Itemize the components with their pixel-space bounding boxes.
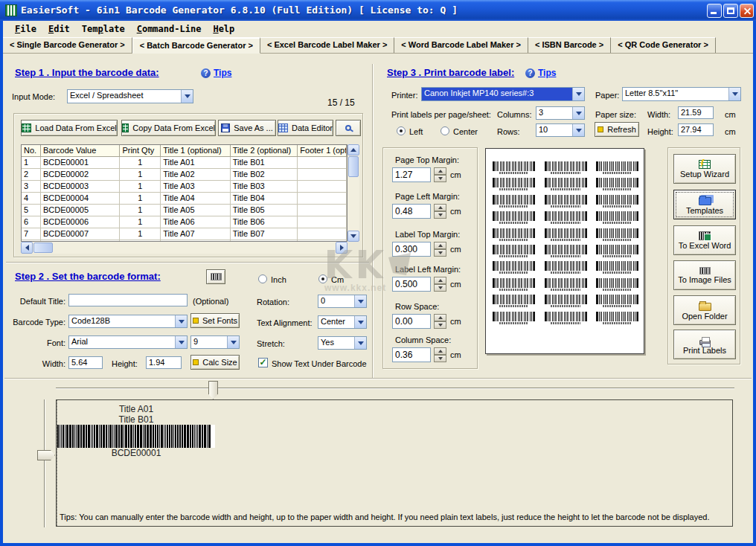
spin-up-icon[interactable] bbox=[434, 204, 446, 211]
spin-up-icon[interactable] bbox=[434, 314, 446, 321]
table-vscrollbar[interactable] bbox=[347, 144, 359, 242]
spin-up-icon[interactable] bbox=[434, 347, 446, 355]
margin-input[interactable]: 1.27 bbox=[392, 167, 431, 182]
Load Data From Excel-button[interactable]: Load Data From Excel bbox=[21, 120, 118, 136]
chevron-down-icon[interactable] bbox=[354, 316, 366, 328]
paper-width-input[interactable]: 21.59 bbox=[678, 106, 714, 119]
barcode-data-table[interactable]: No.Barcode ValuePrint QtyTitle 1 (option… bbox=[21, 144, 347, 242]
tab-batchbarcodegenerator[interactable]: < Batch Barcode Generator > bbox=[132, 37, 260, 54]
margin-input[interactable]: 0.300 bbox=[392, 242, 431, 257]
step1-tips-link[interactable]: ? Tips bbox=[201, 68, 231, 78]
chevron-down-icon[interactable] bbox=[175, 315, 187, 327]
table-row[interactable]: 3BCDE000031Title A03Title B03 bbox=[22, 181, 347, 193]
chevron-down-icon[interactable] bbox=[572, 107, 584, 119]
chevron-down-icon[interactable] bbox=[728, 88, 740, 100]
margin-input[interactable]: 0.00 bbox=[392, 314, 431, 329]
barcode-sample-button[interactable] bbox=[206, 269, 225, 284]
hscroll-thumb[interactable] bbox=[33, 243, 53, 253]
open-folder-button[interactable]: Open Folder bbox=[673, 295, 736, 325]
menu-item-help[interactable]: Help bbox=[207, 22, 240, 36]
margin-input[interactable]: 0.500 bbox=[392, 277, 431, 292]
minimize-button[interactable] bbox=[707, 4, 722, 18]
tab-isbnbarcode[interactable]: < ISBN Barcode > bbox=[528, 37, 611, 53]
chevron-down-icon[interactable] bbox=[354, 295, 366, 307]
stretch-select[interactable]: Yes bbox=[318, 336, 367, 350]
menu-item-edit[interactable]: Edit bbox=[42, 22, 76, 36]
scroll-left-icon[interactable] bbox=[21, 242, 33, 254]
height-slider[interactable] bbox=[44, 399, 45, 527]
chevron-down-icon[interactable] bbox=[175, 336, 187, 348]
menu-item-command-line[interactable]: Command-Line bbox=[131, 22, 208, 36]
margin-spinner[interactable] bbox=[434, 242, 446, 257]
chevron-down-icon[interactable] bbox=[572, 124, 584, 136]
table-row[interactable]: 5BCDE000051Title A05Title B05 bbox=[22, 205, 347, 216]
spin-down-icon[interactable] bbox=[434, 284, 446, 292]
table-row[interactable]: 4BCDE000041Title A04Title B04 bbox=[22, 193, 347, 205]
printer-select[interactable]: Canon Inkjet MP140 series#:3 bbox=[421, 87, 585, 101]
chevron-down-icon[interactable] bbox=[181, 90, 193, 103]
to-image-files-button[interactable]: To Image Files bbox=[673, 260, 736, 290]
margin-spinner[interactable] bbox=[434, 204, 446, 219]
margin-input[interactable]: 0.48 bbox=[392, 204, 431, 219]
vscroll-thumb[interactable] bbox=[348, 156, 359, 177]
align-left-radio[interactable] bbox=[397, 126, 406, 135]
spin-down-icon[interactable] bbox=[434, 175, 446, 182]
width-input[interactable]: 5.64 bbox=[68, 356, 103, 369]
rows-select[interactable]: 10 bbox=[536, 123, 585, 137]
input-mode-select[interactable]: Excel / Spreadsheet bbox=[67, 89, 193, 103]
columns-select[interactable]: 3 bbox=[536, 106, 585, 120]
spin-down-icon[interactable] bbox=[434, 249, 446, 257]
setup-wizard-button[interactable]: Setup Wizard bbox=[673, 154, 736, 184]
font-select[interactable]: Arial bbox=[68, 335, 188, 349]
print-labels-button[interactable]: Print Labels bbox=[673, 330, 736, 359]
margin-spinner[interactable] bbox=[434, 314, 446, 329]
margin-spinner[interactable] bbox=[434, 277, 446, 292]
step3-tips-link[interactable]: ? Tips bbox=[525, 68, 556, 78]
spin-down-icon[interactable] bbox=[434, 211, 446, 219]
spin-up-icon[interactable] bbox=[434, 277, 446, 284]
Data Editor-button[interactable]: Data Editor bbox=[278, 120, 333, 136]
spin-up-icon[interactable] bbox=[434, 167, 446, 175]
tab-wordbarcodelabelmaker[interactable]: < Word Barcode Label Maker > bbox=[394, 37, 528, 53]
paper-select[interactable]: Letter 8.5"x11" bbox=[622, 87, 741, 101]
search-button[interactable] bbox=[336, 120, 361, 136]
spin-down-icon[interactable] bbox=[434, 355, 446, 362]
table-hscrollbar[interactable] bbox=[21, 242, 347, 254]
scroll-up-icon[interactable] bbox=[347, 144, 359, 155]
templates-button[interactable]: Templates bbox=[673, 190, 736, 219]
chevron-down-icon[interactable] bbox=[354, 337, 366, 349]
paper-height-input[interactable]: 27.94 bbox=[678, 123, 714, 136]
maximize-button[interactable] bbox=[723, 4, 738, 18]
font-size-select[interactable]: 9 bbox=[190, 335, 240, 349]
chevron-down-icon[interactable] bbox=[572, 88, 584, 100]
table-row[interactable]: 7BCDE000071Title A07Title B07 bbox=[22, 228, 347, 240]
align-center-radio[interactable] bbox=[441, 126, 449, 135]
tab-qrcodegenerator[interactable]: < QR Code Generator > bbox=[611, 37, 716, 53]
margin-spinner[interactable] bbox=[434, 167, 446, 182]
menu-item-template[interactable]: Template bbox=[76, 22, 131, 36]
table-row[interactable]: 2BCDE000021Title A02Title B02 bbox=[22, 169, 347, 181]
scroll-down-icon[interactable] bbox=[347, 231, 359, 242]
Copy Data From Excel-button[interactable]: Copy Data From Excel bbox=[121, 120, 216, 136]
default-title-input[interactable] bbox=[68, 294, 188, 306]
table-row[interactable]: 1BCDE000011Title A01Title B01 bbox=[22, 157, 347, 169]
rotation-select[interactable]: 0 bbox=[318, 295, 367, 308]
chevron-down-icon[interactable] bbox=[227, 336, 239, 348]
width-slider[interactable] bbox=[56, 388, 734, 389]
calc-size-button[interactable]: Calc Size bbox=[190, 355, 240, 370]
text-alignment-select[interactable]: Center bbox=[318, 315, 367, 329]
cm-radio[interactable] bbox=[318, 274, 327, 283]
spin-down-icon[interactable] bbox=[434, 321, 446, 329]
margin-spinner[interactable] bbox=[434, 347, 446, 362]
refresh-button[interactable]: Refresh bbox=[595, 122, 639, 137]
menu-item-file[interactable]: File bbox=[9, 22, 42, 36]
barcode-type-select[interactable]: Code128B bbox=[68, 315, 188, 328]
tab-singlebarcodegenerator[interactable]: < Single Barcode Generator > bbox=[3, 37, 132, 53]
set-fonts-button[interactable]: Set Fonts bbox=[190, 313, 240, 328]
margin-input[interactable]: 0.36 bbox=[392, 347, 431, 362]
show-text-checkbox[interactable]: ✓ bbox=[258, 358, 268, 367]
tab-excelbarcodelabelmaker[interactable]: < Excel Barcode Label Maker > bbox=[260, 37, 394, 53]
height-input[interactable]: 1.94 bbox=[146, 356, 182, 369]
Save As ...-button[interactable]: Save As ... bbox=[218, 120, 276, 136]
table-row[interactable]: 6BCDE000061Title A06Title B06 bbox=[22, 216, 347, 228]
